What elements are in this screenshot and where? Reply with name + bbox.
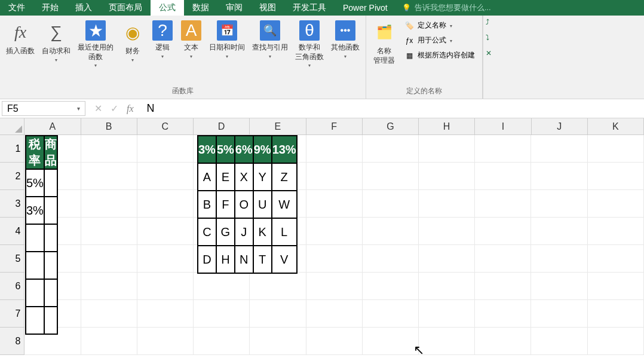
cell-G1[interactable] [363, 135, 419, 163]
cell-F6[interactable] [306, 273, 363, 300]
table2-cell[interactable]: K [253, 218, 272, 246]
table2-cell[interactable]: X [235, 163, 253, 191]
row-header-7[interactable]: 7 [0, 300, 24, 328]
cell-F3[interactable] [306, 190, 363, 218]
cell-H2[interactable] [419, 163, 475, 190]
cell-I8[interactable] [475, 328, 531, 355]
cell-C7[interactable] [137, 300, 194, 328]
table1-header[interactable]: 商品 [44, 136, 57, 169]
row-header-5[interactable]: 5 [0, 245, 24, 273]
tab-powerpivot[interactable]: Power Pivot [335, 0, 396, 16]
cell-C1[interactable] [137, 135, 194, 163]
cell-B3[interactable] [81, 190, 137, 218]
table2-cell[interactable]: T [253, 246, 272, 273]
cell-C4[interactable] [137, 218, 194, 245]
cell-B6[interactable] [81, 273, 137, 300]
col-header-K[interactable]: K [588, 118, 644, 135]
insert-function-button[interactable]: fx 插入函数 [2, 18, 38, 59]
cell-B7[interactable] [81, 300, 137, 328]
row-header-4[interactable]: 4 [0, 218, 24, 245]
lookup-button[interactable]: 🔍 查找与引用 ▾ [249, 18, 292, 62]
table2-header[interactable]: 9% [253, 136, 272, 163]
cell-K5[interactable] [588, 245, 644, 273]
name-box[interactable]: F5 ▾ [2, 101, 85, 116]
table1-cell[interactable] [44, 224, 57, 252]
col-header-C[interactable]: C [137, 118, 194, 135]
define-name-button[interactable]: 🏷️ 定义名称 ▾ [402, 19, 477, 32]
tab-home[interactable]: 开始 [33, 0, 67, 16]
cell-F1[interactable] [306, 135, 363, 163]
formula-input[interactable] [141, 99, 644, 118]
datetime-button[interactable]: 📅 日期和时间 ▾ [206, 18, 249, 62]
cell-E7[interactable] [250, 300, 306, 328]
cell-H4[interactable] [419, 218, 475, 245]
chevron-down-icon[interactable]: ▾ [77, 105, 80, 112]
cell-C6[interactable] [137, 273, 194, 300]
col-header-F[interactable]: F [306, 118, 363, 135]
trace-dependents-icon[interactable]: ⤵ [486, 33, 496, 44]
cell-B4[interactable] [81, 218, 137, 245]
table1-cell[interactable] [44, 169, 57, 197]
col-header-J[interactable]: J [532, 118, 588, 135]
table2-cell[interactable]: F [216, 191, 235, 218]
cell-C5[interactable] [137, 245, 194, 273]
table2-cell[interactable]: D [198, 246, 216, 273]
cell-G4[interactable] [363, 218, 419, 245]
tab-data[interactable]: 数据 [184, 0, 217, 16]
table2-cell[interactable]: Z [272, 163, 297, 191]
cell-C3[interactable] [137, 190, 194, 218]
cell-F5[interactable] [306, 245, 363, 273]
cell-F8[interactable] [306, 328, 363, 355]
table2-cell[interactable]: L [272, 218, 297, 246]
cell-J8[interactable] [531, 328, 587, 355]
table2-cell[interactable]: O [235, 191, 253, 218]
create-from-selection-button[interactable]: ▦ 根据所选内容创建 [402, 49, 477, 62]
table1-header[interactable]: 税率 [26, 136, 44, 169]
cell-B8[interactable] [81, 328, 137, 355]
cell-J3[interactable] [531, 190, 587, 218]
table2-cell[interactable]: U [253, 191, 272, 218]
cell-J2[interactable] [531, 163, 587, 190]
tab-view[interactable]: 视图 [251, 0, 284, 16]
table2-cell[interactable]: E [216, 163, 235, 191]
tab-formulas[interactable]: 公式 [151, 0, 184, 16]
cell-B5[interactable] [81, 245, 137, 273]
row-header-2[interactable]: 2 [0, 163, 24, 190]
use-in-formula-button[interactable]: ƒx 用于公式 ▾ [402, 34, 477, 47]
row-header-6[interactable]: 6 [0, 273, 24, 300]
cell-I6[interactable] [475, 273, 531, 300]
cell-J4[interactable] [531, 218, 587, 245]
cell-H8[interactable] [419, 328, 475, 355]
tab-developer[interactable]: 开发工具 [284, 0, 335, 16]
tab-file[interactable]: 文件 [0, 0, 33, 16]
cell-F7[interactable] [306, 300, 363, 328]
cell-C2[interactable] [137, 163, 194, 190]
cell-G7[interactable] [363, 300, 419, 328]
table1-cell[interactable] [26, 307, 44, 334]
table2-cell[interactable]: Y [253, 163, 272, 191]
cell-H6[interactable] [419, 273, 475, 300]
more-functions-button[interactable]: ••• 其他函数 ▾ [327, 18, 363, 62]
logical-button[interactable]: ? 逻辑 ▾ [148, 18, 177, 62]
table1-cell[interactable] [44, 279, 57, 307]
col-header-H[interactable]: H [419, 118, 475, 135]
table1-cell[interactable]: 5% [26, 169, 44, 197]
cell-J1[interactable] [531, 135, 587, 163]
cell-K8[interactable] [588, 328, 644, 355]
cell-G2[interactable] [363, 163, 419, 190]
cell-K4[interactable] [588, 218, 644, 245]
table2-cell[interactable]: A [198, 163, 216, 191]
cell-H1[interactable] [419, 135, 475, 163]
col-header-B[interactable]: B [81, 118, 137, 135]
cell-H7[interactable] [419, 300, 475, 328]
table2-header[interactable]: 13% [272, 136, 297, 163]
cell-J5[interactable] [531, 245, 587, 273]
cell-I2[interactable] [475, 163, 531, 190]
cell-H5[interactable] [419, 245, 475, 273]
cell-G6[interactable] [363, 273, 419, 300]
table2-cell[interactable]: H [216, 246, 235, 273]
select-all-button[interactable] [0, 118, 24, 135]
tab-layout[interactable]: 页面布局 [100, 0, 151, 16]
tab-review[interactable]: 审阅 [217, 0, 251, 16]
cell-E6[interactable] [250, 273, 306, 300]
